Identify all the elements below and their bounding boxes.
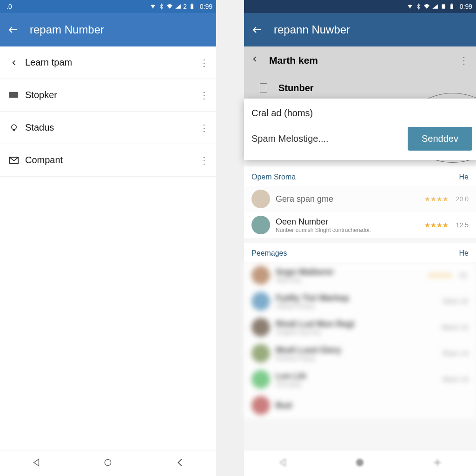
rating-score: Skern 42 (443, 298, 469, 305)
list-item-label: Stopker (25, 90, 199, 100)
section-title: Opem Sroma (251, 173, 296, 181)
avatar (251, 190, 270, 208)
rect-icon (7, 92, 20, 99)
result-subtitle: Srngteet eng erng (276, 329, 434, 336)
action-popup: Cral ad (homs) Spam Melostige.... Sendde… (244, 99, 476, 160)
section-header: Peemages He (244, 243, 476, 262)
signal-icon (432, 3, 438, 10)
nav-home-icon[interactable] (355, 457, 365, 469)
result-item[interactable]: Oeen Number Nunber oumish Slnght contruc… (244, 212, 476, 238)
wifi-icon (166, 3, 173, 10)
chevron-left-icon (7, 58, 20, 68)
result-subtitle: Anpoter Rerany (276, 303, 435, 310)
blurred-results: Sogn Malberer Setel Jnrg ★★★★ 02. Fydlly… (244, 262, 476, 418)
svg-rect-11 (450, 4, 453, 9)
avatar (251, 396, 270, 415)
rating-score: Sharn 15 (442, 350, 469, 357)
list-item-label: Compant (25, 155, 199, 165)
overflow-icon[interactable]: ⋮ (199, 122, 209, 133)
bluetooth-icon (158, 3, 165, 10)
svg-rect-12 (451, 4, 452, 5)
bluetooth-icon (415, 3, 422, 10)
section-more[interactable]: He (459, 249, 469, 258)
field-row[interactable]: Stunber (244, 74, 476, 101)
chevron-left-icon[interactable] (251, 54, 258, 67)
wifi-icon (423, 3, 430, 10)
contact-name: Marth kem (269, 55, 459, 66)
clock: 0:99 (200, 3, 212, 10)
result-item[interactable]: Bud (244, 392, 476, 418)
sim-icon (440, 3, 447, 10)
back-arrow-icon[interactable] (251, 24, 263, 35)
rating-score: 02. (460, 271, 469, 279)
nav-back-icon[interactable] (278, 457, 288, 469)
result-name: Gera span gme (276, 194, 419, 204)
result-name: Modl Lued Giery (276, 345, 435, 355)
list-item[interactable]: Learn tpam ⋮ (0, 46, 216, 79)
result-name: Bud (276, 401, 469, 410)
result-item[interactable]: Modl Lued Giery Rnatney Pngrrg Sharn 15 (244, 340, 476, 366)
avatar (251, 266, 270, 284)
content-area: Marth kem ⋮ Stunber Cral ad (homs) Spam … (244, 46, 476, 450)
envelope-icon (7, 156, 20, 165)
android-nav-bar (0, 450, 216, 476)
result-subtitle: sron pang (276, 381, 435, 388)
svg-rect-4 (9, 92, 18, 98)
status-bar: 0:99 (244, 0, 476, 13)
nav-recent-icon[interactable] (432, 457, 443, 469)
status-bar: .0 2 0:99 (0, 0, 216, 13)
overflow-icon[interactable]: ⋮ (199, 155, 209, 166)
sim-label: 2 (183, 3, 187, 10)
avatar (251, 318, 270, 337)
result-name: Oeen Number (276, 217, 419, 227)
popup-option[interactable]: Spam Melostige.... (251, 133, 329, 144)
battery-icon (189, 3, 195, 10)
status-indicator: .0 (7, 3, 12, 10)
result-item[interactable]: Sogn Malberer Setel Jnrg ★★★★ 02. (244, 262, 476, 288)
clock: 0:99 (460, 3, 472, 10)
nav-home-icon[interactable] (103, 458, 112, 469)
nav-recent-icon[interactable] (175, 457, 185, 469)
result-subtitle: Nunber oumish Slnght contrucheradoi. (276, 227, 419, 233)
svg-rect-10 (442, 4, 445, 8)
android-nav-bar (244, 450, 476, 476)
app-bar: repam Number (0, 13, 216, 46)
rating-score: 12.5 (456, 221, 469, 229)
overflow-icon[interactable]: ⋮ (459, 55, 469, 66)
wifi-icon (150, 3, 156, 10)
rating-stars: ★★★★ (424, 195, 449, 203)
phone-screenshot-right: 0:99 repann Nuwber Marth kem ⋮ Stunber C… (244, 0, 476, 476)
section-more[interactable]: He (459, 173, 469, 181)
svg-marker-1 (175, 4, 181, 8)
popup-option[interactable]: Cral ad (homs) (251, 108, 472, 119)
svg-marker-9 (432, 4, 438, 8)
list-item[interactable]: Stopker ⋮ (0, 79, 216, 112)
result-subtitle: Setel Jnrg (276, 277, 423, 284)
rating-stars: ★★★★ (424, 221, 449, 229)
result-item[interactable]: Rindi Lud Mon Regl Srngteet eng erng Ske… (244, 314, 476, 340)
rating-score: 20 0 (456, 195, 469, 203)
result-name: Fydlly Tisl Warhep (276, 293, 435, 303)
avatar (251, 370, 270, 389)
list-item-label: Learn tpam (25, 57, 199, 68)
list-item[interactable]: Stadus ⋮ (0, 112, 216, 144)
send-button[interactable]: Senddev (408, 127, 472, 151)
overflow-icon[interactable]: ⋮ (199, 57, 209, 68)
list-item-label: Stadus (25, 122, 199, 133)
result-item[interactable]: Gera span gme ★★★★ 20 0 (244, 186, 476, 212)
bulb-icon (7, 123, 20, 133)
svg-point-7 (105, 459, 111, 465)
svg-rect-2 (191, 4, 193, 9)
section-title: Peemages (251, 249, 287, 258)
svg-point-5 (12, 125, 17, 130)
result-item[interactable]: Fydlly Tisl Warhep Anpoter Rerany Skern … (244, 288, 476, 314)
contact-header[interactable]: Marth kem ⋮ (244, 46, 476, 74)
avatar (251, 292, 270, 311)
nav-back-icon[interactable] (31, 457, 41, 469)
overflow-icon[interactable]: ⋮ (199, 90, 209, 101)
field-label: Stunber (278, 83, 314, 93)
list-item[interactable]: Compant ⋮ (0, 144, 216, 177)
result-item[interactable]: Lon Lth sron pang Shern 16 (244, 366, 476, 392)
back-arrow-icon[interactable] (7, 24, 19, 35)
battery-icon (449, 3, 455, 10)
